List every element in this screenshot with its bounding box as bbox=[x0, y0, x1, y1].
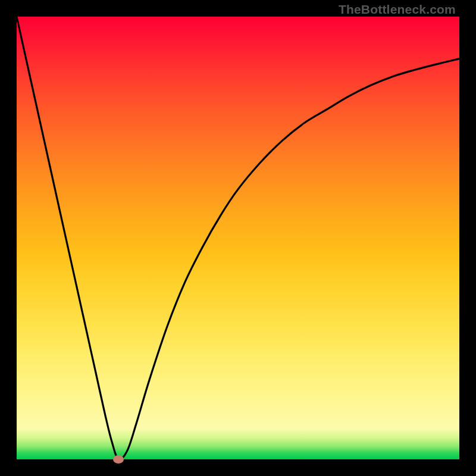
bottleneck-curve-path bbox=[17, 17, 459, 459]
chart-frame bbox=[17, 17, 459, 459]
watermark-text: TheBottleneck.com bbox=[339, 2, 456, 17]
chart-curve-svg bbox=[17, 17, 459, 459]
minimum-marker-dot bbox=[113, 455, 124, 464]
